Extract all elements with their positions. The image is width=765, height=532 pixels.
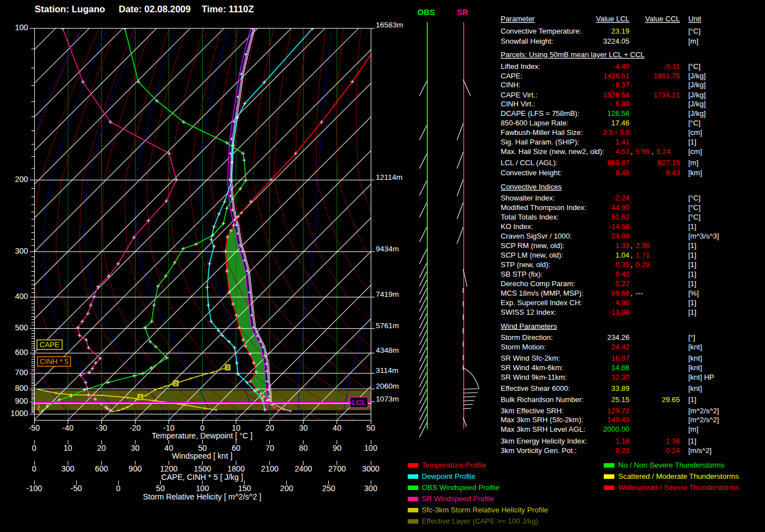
svg-text:Modified Thompson Index:: Modified Thompson Index: [501,203,586,212]
svg-text:300: 300 [364,484,377,493]
svg-text:[1]: [1] [688,270,696,278]
svg-text:,: , [631,147,633,156]
svg-text:9.37: 9.37 [615,81,629,89]
svg-text:1.35: 1.35 [615,241,629,250]
svg-text:20: 20 [265,423,274,432]
svg-text:Lifted Index:: Lifted Index: [501,62,540,71]
svg-text:Sig. Hail Param. (SHIP):: Sig. Hail Param. (SHIP): [501,138,579,146]
svg-text:Max 3km SRH Level AGL:: Max 3km SRH Level AGL: [501,425,585,433]
svg-text:CAPE:: CAPE: [501,72,523,80]
svg-text:SR Wind 9km-11km:: SR Wind 9km-11km: [501,373,567,381]
svg-text:Dewpoint Profile: Dewpoint Profile [422,472,475,480]
svg-text:5761m: 5761m [376,321,399,330]
svg-text:4348m: 4348m [376,346,399,354]
svg-text:SCP RM (new, old):: SCP RM (new, old): [501,241,565,250]
svg-text:Temperature Profile: Temperature Profile [422,461,486,469]
svg-text:[m/s^2]: [m/s^2] [688,446,712,455]
svg-text:Effective Layer (CAPE >= 100 J: Effective Layer (CAPE >= 100 J/kg) [422,517,538,525]
svg-text:1073m: 1073m [376,395,399,403]
svg-text:-13.88: -13.88 [609,308,629,316]
svg-text:[m]: [m] [688,425,698,433]
svg-text:SWISS 12 Index:: SWISS 12 Index: [501,308,556,316]
svg-text:1800: 1800 [227,464,245,473]
svg-text:[1]: [1] [688,241,696,250]
svg-text:3114m: 3114m [376,366,398,375]
svg-text:129.72: 129.72 [607,407,629,415]
svg-text:-40: -40 [62,423,73,432]
svg-text:-20: -20 [129,423,141,432]
svg-text:[m]: [m] [688,37,698,45]
svg-text:827.15: 827.15 [657,158,680,167]
svg-text:1.41: 1.41 [615,138,629,146]
svg-text:25.15: 25.15 [611,395,629,404]
svg-text:[1]: [1] [688,260,696,269]
svg-text:200: 200 [15,175,29,184]
svg-text:Bulk Richardson Number:: Bulk Richardson Number: [501,395,584,404]
svg-text:Date: 02.08.2009: Date: 02.08.2009 [119,4,190,14]
svg-text:SR Wind Sfc-2km:: SR Wind Sfc-2km: [501,354,560,362]
svg-text:,: , [651,147,654,156]
svg-text:126.56: 126.56 [607,109,629,118]
svg-text:14.86: 14.86 [611,363,629,372]
svg-text:1200: 1200 [160,464,178,473]
svg-text:3224.05: 3224.05 [603,37,629,45]
svg-text:Convective Indices: Convective Indices [501,183,562,191]
svg-text:[J/kg]: [J/kg] [688,91,706,99]
svg-text:100: 100 [196,484,209,493]
svg-text:0: 0 [32,444,36,452]
svg-text:1526.54: 1526.54 [603,91,629,99]
svg-text:1: 1 [139,394,142,400]
svg-text:[°C]: [°C] [688,27,701,35]
svg-text:Fawbush-Miller Hail Size:: Fawbush-Miller Hail Size: [501,128,583,137]
svg-text:32.30: 32.30 [611,373,629,381]
svg-text:30: 30 [131,444,140,452]
svg-text:No / Non Severe Thunderstorms: No / Non Severe Thunderstorms [618,461,725,469]
svg-text:2000.00: 2000.00 [603,425,629,433]
svg-text:,: , [631,241,633,250]
svg-text:7419m: 7419m [376,290,399,298]
svg-text:-2.24: -2.24 [613,194,629,202]
svg-text:[knt]: [knt] [688,363,702,372]
svg-text:70: 70 [265,444,274,452]
svg-text:0: 0 [32,464,36,473]
svg-text:Scattered / Moderate Thunderst: Scattered / Moderate Thunderstorms [618,472,739,480]
svg-text:OBS Windspeed Profile: OBS Windspeed Profile [422,483,500,492]
svg-text:6.89: 6.89 [615,100,629,108]
svg-text:600: 600 [15,348,29,357]
svg-text:-50: -50 [29,423,40,432]
svg-text:0.29: 0.29 [636,260,650,269]
svg-text:3000: 3000 [362,464,379,473]
svg-text:[°C]: [°C] [688,203,701,212]
svg-text:234.26: 234.26 [607,333,629,342]
svg-text:0.22: 0.22 [615,446,629,455]
svg-text:[m^3/s^3]: [m^3/s^3] [688,232,719,240]
svg-text:2700: 2700 [328,464,346,473]
svg-text:Convective Temperature:: Convective Temperature: [501,27,581,35]
svg-text:1500: 1500 [194,464,211,473]
svg-text:Time: 1110Z: Time: 1110Z [202,4,254,14]
svg-text:2.98: 2.98 [636,241,650,250]
svg-text:KO Index:: KO Index: [501,222,533,231]
svg-text:1.16: 1.16 [615,437,629,445]
svg-text:30: 30 [299,423,308,432]
svg-text:[m^2/s^2]: [m^2/s^2] [688,407,719,415]
svg-text:[1]: [1] [688,308,696,316]
svg-text:16.97: 16.97 [611,354,629,362]
svg-text:51.62: 51.62 [611,213,629,221]
svg-text:1000: 1000 [11,409,28,418]
svg-text:[°]: [°] [688,333,695,342]
svg-text:[1]: [1] [688,298,696,307]
svg-text:850-600 Lapse Rate:: 850-600 Lapse Rate: [501,119,568,127]
svg-text:-50: -50 [71,484,82,493]
svg-text:33.89: 33.89 [611,384,629,393]
svg-text:Parcels: Using 50mB mean layer: Parcels: Using 50mB mean layer LCL + CCL [501,50,645,59]
svg-text:[cm]: [cm] [688,128,702,137]
svg-text:29.65: 29.65 [661,395,680,404]
svg-text:Craven SigSvr / 1000:: Craven SigSvr / 1000: [501,232,572,240]
svg-text:Snowfall Height:: Snowfall Height: [501,37,553,45]
svg-text:900: 900 [129,464,142,473]
svg-text:24.89: 24.89 [611,232,629,240]
svg-text:700: 700 [15,368,29,377]
svg-text:659.87: 659.87 [607,158,629,167]
svg-text:3km Vorticity Gen. Pot.:: 3km Vorticity Gen. Pot.: [501,446,577,455]
